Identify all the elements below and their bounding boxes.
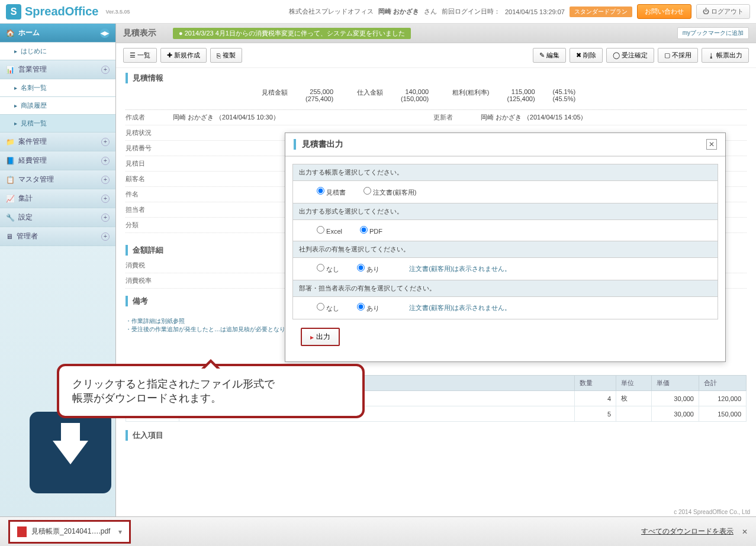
col-total: 合計 [699,376,747,391]
bookmark-button[interactable]: myブックマークに追加 [677,27,749,39]
radio-dept-no[interactable]: なし [317,303,339,313]
sidebar-cases[interactable]: 📁 案件管理+ [0,133,115,151]
amount-tax: (275,400) [305,95,333,102]
category-label: 分類 [126,221,173,230]
radio-dept-yes[interactable]: あり [357,303,379,313]
confirm-button[interactable]: ◯ 受注確定 [606,48,654,63]
radio-pdf[interactable]: PDF [360,226,382,235]
profit-label: 粗利(粗利率) [452,88,489,102]
callout-line2: 帳票がダウンロードされます。 [72,391,349,405]
radio-order[interactable]: 注文書(顧客用) [363,187,416,197]
group4-head: 部署・担当者表示の有無を選択してください。 [293,280,718,297]
cell-qty: 5 [575,406,616,422]
radio-quote[interactable]: 見積書 [317,187,346,197]
cell-total: 120,000 [699,391,747,406]
download-arrow-icon [30,412,111,493]
callout-tooltip: クリックすると指定されたファイル形式で 帳票がダウンロードされます。 [57,364,365,418]
close-icon[interactable]: ✕ [706,139,717,150]
purchase-title: 仕入項目 [126,430,747,441]
pdf-icon [17,526,27,537]
honorific: さん [424,7,437,16]
downloaded-file[interactable]: 見積帳票_2014041….pdf ▾ [8,520,131,544]
sidebar-admin[interactable]: 🖥 管理者+ [0,227,115,246]
toolbar: ☰ 一覧 ✚ 新規作成 ⎘ 複製 ✎ 編集 ✖ 削除 ◯ 受注確定 ▢ 不採用 … [116,43,756,68]
notice-banner: ● 2014/3/23 4月1日からの消費税率変更に伴って、システム変更を行いま… [173,28,411,39]
amount-label: 見積金額 [262,88,288,102]
close-downloads-icon[interactable]: ✕ [742,528,748,536]
chevron-down-icon[interactable]: ▾ [118,528,122,536]
export-modal: 見積書出力 ✕ 出力する帳票を選択してください。 見積書 注文書(顧客用) 出力… [285,133,726,362]
date-label: 見積日 [126,159,173,168]
cell-total: 150,000 [699,406,747,422]
sidebar-sales[interactable]: 📊 営業管理+ [0,60,115,79]
show-all-downloads[interactable]: すべてのダウンロードを表示 [641,526,734,537]
sidebar-master[interactable]: 📋 マスタ管理+ [0,170,115,189]
export-button[interactable]: ⭳ 帳票出力 [702,48,749,63]
radio-seal-no[interactable]: なし [317,264,339,274]
file-name: 見積帳票_2014041….pdf [31,526,110,537]
sidebar-aggregate[interactable]: 📈 集計+ [0,189,115,208]
group2-head: 出力する形式を選択してください。 [293,203,718,220]
cost-label: 仕入金額 [357,88,383,102]
sidebar-cards[interactable]: ▸名刺一覧 [0,79,115,97]
group4-note: 注文書(顧客用)は表示されません。 [409,303,511,312]
sidebar-intro[interactable]: ▸はじめに [0,43,115,60]
sidebar-quotes[interactable]: ▸見積一覧 [0,115,115,133]
app-name: SpreadOffice [25,5,98,18]
download-bar: 見積帳票_2014041….pdf ▾ すべてのダウンロードを表示 ✕ [0,516,756,546]
col-qty: 数量 [575,376,616,391]
callout-line1: クリックすると指定されたファイル形式で [72,377,349,391]
amount-value: 255,000 [305,88,333,95]
sidebar-home[interactable]: 🏠 ホーム◀▶ [0,24,115,43]
tax-label: 消費税 [126,261,173,270]
summary-row: 見積金額 255,000(275,400) 仕入金額 140,000(150,0… [126,86,747,110]
delete-button[interactable]: ✖ 削除 [570,48,603,63]
expand-icon[interactable]: + [101,138,110,146]
profit-value: 115,000 [507,88,535,95]
cell-price: 30,000 [652,406,699,422]
updater-value: 岡崎 おかざき （2014/04/15 14:05） [481,113,587,122]
list-button[interactable]: ☰ 一覧 [123,48,157,63]
collapse-icon[interactable]: ◀▶ [100,28,110,38]
expand-icon[interactable]: + [101,176,110,184]
status-label: 見積状況 [126,128,173,137]
expand-icon[interactable]: + [101,157,110,165]
expand-icon[interactable]: + [101,195,110,203]
user-name: 岡崎 おかざき [378,7,419,16]
col-unit: 単位 [616,376,652,391]
cost-tax: (150,000) [401,95,429,102]
tax-rate-label: 消費税率 [126,276,173,285]
footer-copyright: c 2014 SpreadOffice Co., Ltd [674,509,750,515]
new-button[interactable]: ✚ 新規作成 [160,48,207,63]
expand-icon[interactable]: + [101,214,110,222]
group3-note: 注文書(顧客用)は表示されません。 [409,264,511,273]
output-button[interactable]: ▸出力 [301,328,340,346]
plan-badge: スタンダードプラン [570,7,632,17]
content: 見積表示 ● 2014/3/23 4月1日からの消費税率変更に伴って、システム変… [116,24,756,516]
expand-icon[interactable]: + [101,66,110,74]
edit-button[interactable]: ✎ 編集 [533,48,566,63]
radio-seal-yes[interactable]: あり [357,264,379,274]
group3-head: 社判表示の有無を選択してください。 [293,241,718,258]
header-right: 株式会社スプレッドオフィス 岡崎 おかざき さん 前回ログイン日時： 2014/… [289,4,750,19]
profit-tax: (125,400) [507,95,535,102]
cell-qty: 4 [575,391,616,406]
person-label: 担当者 [126,205,173,214]
contact-button[interactable]: お問い合わせ [637,4,691,19]
sidebar-settings[interactable]: 🔧 設定+ [0,208,115,227]
logo: S SpreadOffice Ver.3.5.05 [6,4,130,20]
group1-head: 出力する帳票を選択してください。 [293,164,718,181]
sidebar-deals[interactable]: ▸商談履歴 [0,97,115,115]
topbar: S SpreadOffice Ver.3.5.05 株式会社スプレッドオフィス … [0,0,756,24]
cell-unit [616,406,652,422]
sidebar-expense[interactable]: 📘 経費管理+ [0,151,115,170]
page-title: 見積表示 [123,28,156,38]
cost-value: 140,000 [401,88,429,95]
expand-icon[interactable]: + [101,232,110,241]
copy-button[interactable]: ⎘ 複製 [210,48,242,63]
radio-excel[interactable]: Excel [317,226,342,235]
logout-button[interactable]: ⏻ ログアウト [696,4,750,19]
reject-button[interactable]: ▢ 不採用 [658,48,698,63]
subject-label: 件名 [126,190,173,199]
profit-rate: (45.1%) [553,88,576,95]
